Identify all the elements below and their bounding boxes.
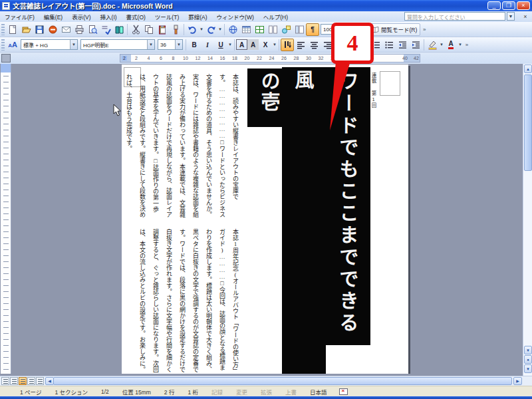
email-button[interactable] <box>59 23 72 36</box>
toolbar-options-icon[interactable]: » <box>420 23 428 37</box>
standard-toolbar: ▼ ▼ ¶ 100%▼ ? 閲覧モード(R) » <box>0 22 532 37</box>
undo-dropdown-icon[interactable]: ▼ <box>199 23 204 36</box>
close-button[interactable]: × <box>517 1 530 10</box>
ruler-number: 32 <box>319 56 324 61</box>
font-size-dropdown-icon[interactable]: ▼ <box>175 40 182 49</box>
styles-and-formatting-button[interactable]: AA <box>6 39 19 51</box>
title-block-line3: の壱 <box>247 68 282 127</box>
spelling-button[interactable] <box>99 23 112 36</box>
scroll-right-icon[interactable]: ▶ <box>513 377 522 385</box>
copy-button[interactable] <box>142 23 156 36</box>
decrease-indent-button[interactable] <box>396 39 409 51</box>
underline-dropdown-icon[interactable]: ▼ <box>227 39 233 51</box>
question-dropdown-icon[interactable]: ▼ <box>507 12 515 21</box>
style-dropdown-icon[interactable]: ▼ <box>70 40 77 49</box>
research-button[interactable] <box>112 23 126 36</box>
ruler-number: 28 <box>294 56 299 61</box>
document-map-button[interactable] <box>293 23 306 36</box>
character-shading-button[interactable]: A <box>247 39 259 50</box>
tab-selector[interactable] <box>1 54 11 63</box>
restore-button[interactable]: ❐ <box>502 1 515 10</box>
highlight-dropdown-icon[interactable]: ▼ <box>439 39 444 51</box>
bold-button[interactable]: B <box>188 39 201 51</box>
vertical-ruler[interactable] <box>1 64 11 374</box>
save-button[interactable] <box>33 23 46 36</box>
font-color-dropdown-icon[interactable]: ▼ <box>458 39 463 51</box>
font-combo[interactable]: HGP明朝E▼ <box>80 39 155 50</box>
columns-button[interactable] <box>266 23 279 36</box>
underline-button[interactable]: U <box>214 39 227 51</box>
web-layout-view-button[interactable] <box>10 377 18 385</box>
align-left-button[interactable] <box>294 39 307 51</box>
italic-button[interactable]: I <box>201 39 214 51</box>
redo-dropdown-icon[interactable]: ▼ <box>217 23 223 36</box>
toolbar-grip[interactable] <box>1 24 5 35</box>
hyperlink-button[interactable] <box>226 23 239 36</box>
format-painter-button[interactable] <box>169 23 182 36</box>
status-column: 1 桁 <box>181 388 205 396</box>
redo-icon[interactable] <box>204 23 217 36</box>
menu-help[interactable]: ヘルプ(H) <box>259 11 293 22</box>
font-size-combo[interactable]: 36▼ <box>158 39 183 50</box>
bullets-button[interactable] <box>382 39 396 51</box>
vertical-scrollbar[interactable]: ▲ ▼ ● ▼ <box>523 64 532 376</box>
select-browse-object-icon[interactable]: ● <box>524 355 532 364</box>
menu-tools[interactable]: ツール(T) <box>150 11 184 22</box>
permission-button[interactable] <box>46 23 59 36</box>
normal-view-button[interactable] <box>1 377 9 385</box>
font-value: HGP明朝E <box>83 41 109 49</box>
horizontal-scroll-thumb[interactable] <box>53 377 512 385</box>
character-scale-button[interactable]: X <box>259 39 272 51</box>
status-section: 1 セクション <box>48 388 94 396</box>
menu-edit[interactable]: 編集(E) <box>39 11 67 22</box>
open-button[interactable] <box>19 23 33 36</box>
undo-icon[interactable] <box>186 23 199 36</box>
document-page[interactable]: 連載 第1回 ワードでもここまでできる 文書レイアウト□文芸雑誌風 の壱 本誌は… <box>122 65 408 374</box>
horizontal-ruler[interactable]: 2 24681012141618202224262830323436384042 <box>120 54 420 63</box>
next-page-icon[interactable]: ▼ <box>524 364 532 373</box>
print-layout-view-button[interactable] <box>19 377 27 385</box>
font-color-button[interactable]: A <box>444 39 458 51</box>
close-document-icon[interactable]: × <box>521 13 529 21</box>
menu-file[interactable]: ファイル(F) <box>0 11 39 22</box>
print-button[interactable] <box>72 23 86 36</box>
menu-table[interactable]: 罫線(A) <box>184 11 211 22</box>
insert-table-button[interactable] <box>239 23 253 36</box>
toolbar-options-icon[interactable]: » <box>463 38 471 52</box>
status-flag-record: 記録 <box>205 388 229 396</box>
increase-indent-button[interactable] <box>409 39 422 51</box>
print-preview-button[interactable] <box>86 23 99 36</box>
insert-excel-button[interactable] <box>253 23 266 36</box>
reading-layout-view-button[interactable] <box>36 377 44 385</box>
menu-view[interactable]: 表示(V) <box>67 11 95 22</box>
status-flag-track: 変更 <box>229 388 254 396</box>
question-input[interactable]: 質問を入力してください <box>404 12 505 21</box>
menu-format[interactable]: 書式(O) <box>122 11 150 22</box>
spelling-status-icon <box>339 388 348 395</box>
cut-button[interactable] <box>129 23 142 36</box>
frame-top-right <box>380 71 400 96</box>
document-workspace: 連載 第1回 ワードでもここまでできる 文書レイアウト□文芸雑誌風 の壱 本誌は… <box>0 64 523 376</box>
outline-view-button[interactable] <box>27 377 35 385</box>
text-direction-button[interactable] <box>281 39 294 51</box>
scroll-down-icon[interactable]: ▼ <box>524 346 532 354</box>
ruler-number: 6 <box>160 56 162 61</box>
character-border-button[interactable]: A <box>236 39 247 50</box>
reading-mode-button[interactable]: 閲覧モード(R) <box>368 23 420 36</box>
menu-window[interactable]: ウィンドウ(W) <box>212 11 259 22</box>
scroll-up-icon[interactable]: ▲ <box>524 65 532 73</box>
style-combo[interactable]: 標準 + HG▼ <box>21 39 78 50</box>
toolbar-grip[interactable] <box>1 39 5 51</box>
font-dropdown-icon[interactable]: ▼ <box>147 40 154 49</box>
character-scale-dropdown-icon[interactable]: ▼ <box>272 39 277 51</box>
menu-insert[interactable]: 挿入(I) <box>96 11 122 22</box>
drawing-button[interactable] <box>279 23 293 36</box>
highlight-button[interactable] <box>426 39 439 51</box>
vertical-scroll-thumb[interactable] <box>524 74 532 171</box>
minimize-button[interactable]: _ <box>487 1 501 10</box>
show-paragraph-marks-button[interactable]: ¶ <box>306 23 319 36</box>
paste-button[interactable] <box>156 23 169 36</box>
align-center-button[interactable] <box>307 39 321 51</box>
title-text-line3: の壱 <box>247 68 282 112</box>
new-document-button[interactable] <box>6 23 19 36</box>
